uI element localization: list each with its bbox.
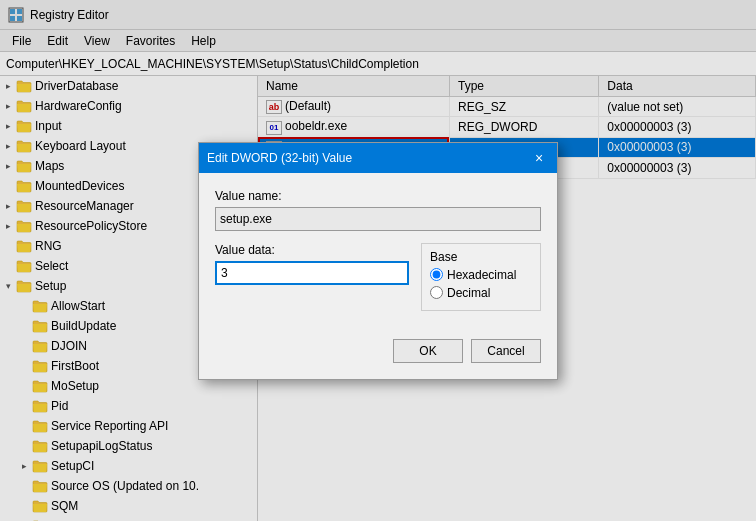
value-data-input[interactable] [215, 261, 409, 285]
hex-radio-label[interactable]: Hexadecimal [430, 268, 532, 282]
dialog-footer: OK Cancel [199, 339, 557, 379]
value-name-label: Value name: [215, 189, 541, 203]
base-group-title: Base [430, 250, 532, 264]
value-data-label: Value data: [215, 243, 409, 257]
cancel-button[interactable]: Cancel [471, 339, 541, 363]
ok-button[interactable]: OK [393, 339, 463, 363]
dec-radio[interactable] [430, 286, 443, 299]
value-data-row: Value data: Base Hexadecimal Decimal [215, 243, 541, 311]
hex-radio[interactable] [430, 268, 443, 281]
edit-dword-dialog: Edit DWORD (32-bit) Value × Value name: … [198, 142, 558, 380]
dialog-title: Edit DWORD (32-bit) Value [207, 151, 352, 165]
value-data-field: Value data: [215, 243, 409, 311]
dialog-title-bar: Edit DWORD (32-bit) Value × [199, 143, 557, 173]
modal-overlay: Edit DWORD (32-bit) Value × Value name: … [0, 0, 756, 521]
dialog-close-button[interactable]: × [529, 148, 549, 168]
dec-radio-label[interactable]: Decimal [430, 286, 532, 300]
value-name-input[interactable] [215, 207, 541, 231]
dialog-body: Value name: Value data: Base Hexadecimal… [199, 173, 557, 339]
base-group: Base Hexadecimal Decimal [421, 243, 541, 311]
